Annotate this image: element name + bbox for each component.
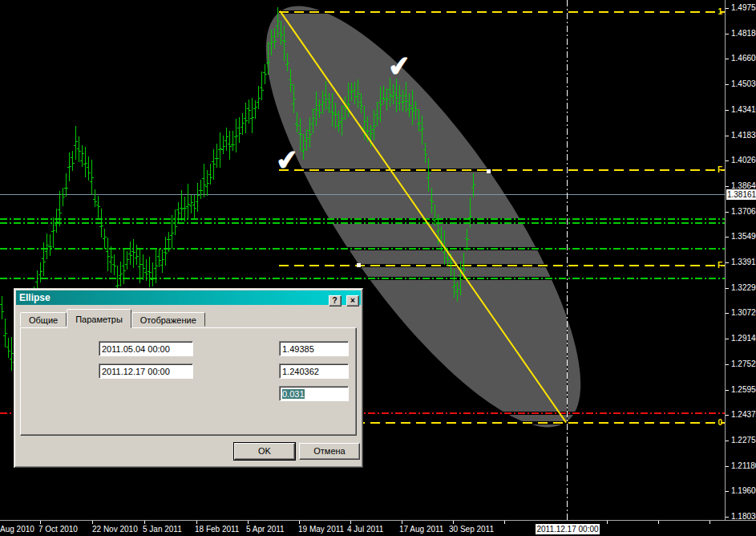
price-bar	[425, 143, 426, 163]
price-bar	[393, 84, 394, 104]
price-bar	[428, 158, 429, 192]
price-label: 1.33915	[731, 258, 756, 267]
price-bar-close-tick	[467, 239, 469, 240]
price-bar-open-tick	[337, 125, 338, 126]
time-2-input[interactable]: 2011.12.17 00:00	[99, 363, 193, 379]
close-icon[interactable]: ×	[346, 295, 359, 307]
price-bar-open-tick	[125, 264, 127, 265]
selected-date-vline[interactable]	[567, 0, 568, 520]
time-axis[interactable]: Aug 20107 Oct 201022 Nov 20105 Jan 20111…	[0, 520, 756, 536]
price-bar	[210, 164, 211, 185]
tab-Параметры[interactable]: Параметры	[67, 309, 131, 328]
price-bar-open-tick	[186, 206, 188, 207]
price-bar-close-tick	[429, 173, 431, 173]
cancel-button[interactable]: Отмена	[299, 443, 360, 460]
price-bar	[175, 209, 176, 235]
price-bar-close-tick	[259, 98, 261, 99]
price-bar-open-tick	[90, 181, 91, 182]
price-bar-close-tick	[262, 90, 264, 91]
help-icon[interactable]: ?	[329, 295, 342, 307]
price-bar	[274, 28, 275, 50]
time-label: 22 Nov 2010	[92, 525, 138, 534]
price-bar-close-tick	[214, 164, 216, 164]
value-2-input[interactable]: 1.240362	[279, 363, 349, 379]
time-label: 5 Jan 2011	[143, 525, 182, 534]
price-bar	[329, 93, 329, 113]
price-bar-close-tick	[320, 112, 321, 113]
price-bar-open-tick	[128, 254, 130, 254]
price-label: 1.37065	[731, 207, 756, 217]
price-bar-close-tick	[435, 219, 437, 220]
selection-handle[interactable]	[487, 169, 491, 173]
price-axis[interactable]: 1.497551.481801.466051.450301.434101.418…	[725, 0, 756, 520]
price-tick	[726, 84, 729, 85]
value-1-input[interactable]: 1.49385	[279, 341, 349, 356]
price-bar	[75, 126, 76, 160]
price-bar-close-tick	[47, 245, 49, 246]
tab-Общие[interactable]: Общие	[20, 312, 67, 327]
price-bar-close-tick	[86, 163, 87, 164]
price-bar	[290, 69, 291, 92]
price-bar-close-tick	[310, 134, 312, 135]
price-bar-close-tick	[390, 95, 392, 95]
price-bar-open-tick	[80, 160, 82, 161]
price-bar-open-tick	[446, 258, 447, 258]
price-bar-close-tick	[89, 173, 91, 173]
price-bar-close-tick	[240, 133, 241, 134]
price-bar	[399, 85, 400, 111]
bid-line	[0, 194, 725, 195]
ok-button[interactable]: OK	[234, 443, 295, 460]
time-1-input[interactable]: 2011.05.04 00:00	[99, 341, 193, 356]
price-bar-close-tick	[397, 97, 398, 98]
price-label: 1.27525	[731, 359, 756, 369]
price-bar	[268, 42, 269, 75]
price-bar-close-tick	[416, 109, 418, 110]
price-bar-close-tick	[230, 146, 232, 147]
price-bar	[406, 82, 406, 112]
selection-handle[interactable]	[357, 263, 361, 267]
price-bar-close-tick	[163, 259, 164, 260]
dialog-title-bar[interactable]: Ellipse ? ×	[16, 290, 361, 305]
price-bar	[361, 93, 362, 113]
time-tick	[710, 521, 710, 524]
price-bar-close-tick	[474, 185, 475, 185]
fib-level-1	[279, 10, 725, 14]
price-bar-close-tick	[291, 84, 293, 85]
price-bar-open-tick	[218, 149, 220, 150]
price-bar-close-tick	[285, 41, 286, 42]
price-bar-open-tick	[295, 124, 297, 124]
price-bar-open-tick	[119, 275, 120, 276]
price-bar	[325, 81, 326, 110]
price-bar-open-tick	[410, 108, 412, 109]
price-bar-open-tick	[138, 266, 139, 267]
time-label: 7 Oct 2010	[38, 525, 78, 534]
price-bar-close-tick	[448, 259, 450, 260]
price-bar-open-tick	[212, 161, 213, 162]
price-bar-close-tick	[406, 101, 408, 102]
price-bar-open-tick	[170, 235, 172, 236]
price-bar-open-tick	[180, 208, 181, 209]
scale-input[interactable]: 0.031	[279, 386, 349, 401]
green-level-low-line	[0, 278, 725, 279]
price-bar-close-tick	[147, 274, 148, 274]
fib-level-0618-line	[279, 169, 725, 171]
price-bar-close-tick	[51, 246, 52, 247]
price-bar-open-tick	[391, 96, 393, 97]
price-bar-open-tick	[356, 96, 358, 97]
price-bar-close-tick	[374, 126, 376, 127]
price-bar-open-tick	[154, 268, 156, 269]
price-bar-open-tick	[439, 237, 441, 238]
price-bar-close-tick	[192, 202, 193, 203]
price-bar	[261, 71, 262, 100]
price-bar-open-tick	[83, 164, 85, 164]
price-bar	[79, 136, 79, 162]
price-bar-close-tick	[57, 221, 59, 222]
price-bar-open-tick	[196, 201, 197, 202]
price-bar-close-tick	[253, 117, 254, 118]
price-bar-close-tick	[137, 256, 139, 257]
price-label: 1.49755	[731, 3, 756, 13]
price-bar-close-tick	[224, 146, 225, 147]
price-bar-close-tick	[297, 125, 299, 126]
tab-Отображение[interactable]: Отображение	[131, 312, 205, 327]
price-tick	[726, 186, 729, 187]
